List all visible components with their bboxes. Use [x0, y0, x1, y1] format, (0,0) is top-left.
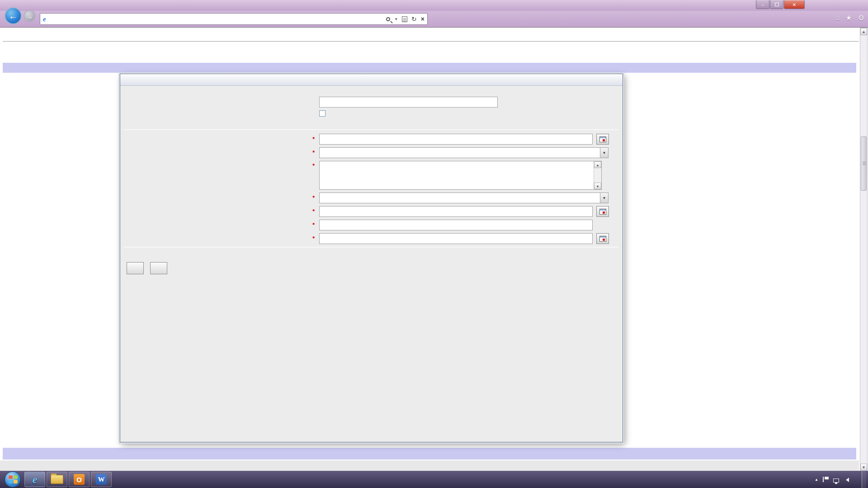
close-button[interactable]: ✕ — [784, 0, 805, 9]
action-center-flag-icon[interactable] — [823, 477, 829, 482]
favorites-star-icon[interactable]: ★ — [845, 14, 852, 22]
stop-icon[interactable]: × — [421, 16, 425, 22]
page-tab-strip — [3, 29, 859, 42]
budget-table-header — [0, 460, 859, 471]
scroll-down-icon[interactable]: ▼ — [594, 183, 601, 189]
address-bar[interactable]: e ▼ ↻ × — [40, 13, 428, 25]
taskbar-ie-button[interactable]: e — [24, 472, 45, 487]
start-button[interactable] — [5, 471, 21, 488]
clock[interactable] — [854, 477, 857, 483]
page-scrollbar[interactable]: ▲ ▼ — [860, 28, 868, 471]
partial-execution-checkbox[interactable] — [319, 110, 326, 117]
basis-doc-date-input[interactable] — [319, 206, 593, 217]
search-dropdown-icon[interactable]: ▼ — [394, 17, 398, 21]
registry-record-title — [3, 63, 856, 73]
home-icon[interactable]: ⌂ — [835, 14, 840, 22]
folder-icon — [51, 475, 63, 484]
termination-reason-textarea[interactable]: ▲▼ — [319, 161, 602, 190]
taskbar-outlook-button[interactable]: O — [69, 472, 90, 487]
volume-icon[interactable] — [844, 478, 849, 482]
execution-documents-table — [124, 129, 619, 130]
show-desktop-button[interactable] — [862, 471, 866, 488]
taskbar: e O W ▲ — [0, 471, 868, 488]
cancel-button[interactable] — [150, 262, 167, 274]
compatibility-view-icon[interactable] — [402, 16, 407, 22]
network-icon[interactable] — [833, 479, 839, 483]
taskbar-word-button[interactable]: W — [91, 472, 112, 487]
browser-toolbar: ← → e ▼ ↻ × ⌂ ★ ⚙ — [0, 11, 868, 27]
search-icon[interactable] — [386, 17, 390, 21]
restore-button[interactable] — [770, 0, 783, 9]
contract-termination-dialog: * * ▼ * ▲▼ * ▼ — [120, 74, 623, 442]
back-button[interactable]: ← — [5, 7, 22, 24]
textarea-scrollbar[interactable]: ▲▼ — [594, 161, 601, 189]
dialog-title — [120, 74, 623, 86]
notice-date-input[interactable] — [319, 233, 593, 244]
ie-icon: e — [33, 474, 38, 486]
budget-financing-title — [3, 448, 856, 460]
ie-favicon: e — [43, 15, 46, 23]
window-titlebar: – ✕ — [0, 0, 868, 11]
settings-gear-icon[interactable]: ⚙ — [858, 14, 864, 22]
outlook-icon: O — [74, 474, 85, 485]
basis-doc-number-input[interactable] — [319, 220, 593, 230]
scrollbar-thumb[interactable] — [861, 136, 867, 191]
taskbar-explorer-button[interactable] — [47, 472, 67, 487]
financing-table — [124, 247, 619, 248]
forward-button[interactable]: → — [24, 10, 36, 22]
hidden-icons-arrow-icon[interactable]: ▲ — [815, 478, 818, 482]
paid-input[interactable] — [319, 97, 498, 108]
minimize-button[interactable]: – — [756, 0, 769, 9]
scroll-up-icon[interactable]: ▲ — [860, 28, 867, 35]
add-button[interactable] — [127, 262, 144, 274]
calendar-icon[interactable] — [596, 206, 609, 217]
termination-basis-select[interactable]: ▼ — [319, 147, 609, 158]
calendar-icon[interactable] — [596, 134, 609, 145]
calendar-icon[interactable] — [596, 233, 609, 244]
window-controls: – ✕ — [755, 0, 805, 9]
chevron-down-icon[interactable]: ▼ — [600, 193, 608, 203]
chevron-down-icon[interactable]: ▼ — [600, 148, 608, 158]
page-content: ▲ ▼ * * — [0, 27, 868, 471]
scroll-up-icon[interactable]: ▲ — [594, 161, 601, 168]
system-tray: ▲ — [810, 471, 868, 488]
termination-date-input[interactable] — [319, 134, 593, 145]
word-icon: W — [96, 474, 107, 485]
refresh-icon[interactable]: ↻ — [411, 16, 417, 22]
scroll-down-icon[interactable]: ▼ — [860, 464, 867, 471]
basis-doc-type-select[interactable]: ▼ — [319, 192, 609, 203]
validation-error — [324, 89, 619, 96]
